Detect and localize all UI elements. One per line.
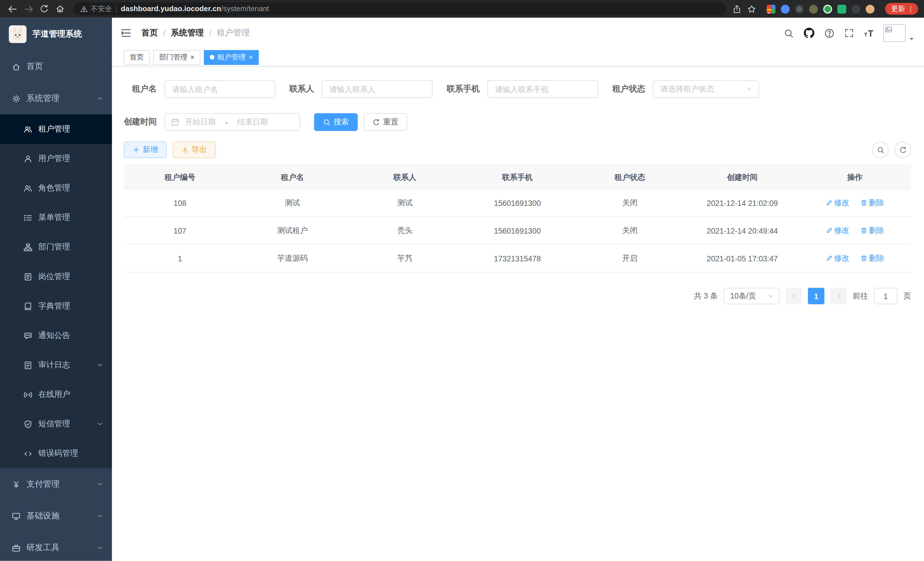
sidebar-item-error-code[interactable]: 错误码管理 <box>0 439 112 468</box>
col-status: 租户状态 <box>574 165 686 189</box>
sidebar-item-tenant[interactable]: 租户管理 <box>0 114 112 144</box>
browser-toolbar: 不安全 dashboard.yudao.iocoder.cn/system/te… <box>0 0 924 18</box>
url-host: dashboard.yudao.iocoder.cn <box>121 5 221 13</box>
menu-label: 首页 <box>27 62 43 72</box>
back-icon[interactable] <box>6 2 19 15</box>
end-date-placeholder: 结束日期 <box>237 117 268 127</box>
download-icon <box>182 146 189 153</box>
status-select[interactable]: 请选择租户状态 <box>653 80 759 98</box>
sidebar-item-audit-log[interactable]: 审计日志 <box>0 350 112 380</box>
bookmark-star-icon[interactable] <box>747 4 756 13</box>
sidebar-item-menu[interactable]: 菜单管理 <box>0 203 112 232</box>
reset-button[interactable]: 重置 <box>364 113 407 131</box>
next-page-button[interactable] <box>830 288 847 305</box>
breadcrumb-separator: / <box>163 28 165 38</box>
prev-page-button[interactable] <box>785 288 802 305</box>
sidebar-item-dict[interactable]: 字典管理 <box>0 291 112 321</box>
sidebar-item-infrastructure[interactable]: 基础设施 <box>0 500 112 532</box>
refresh-table-button[interactable] <box>895 141 911 158</box>
extension-icon[interactable]: 10 <box>766 4 776 13</box>
reload-icon[interactable] <box>38 2 51 15</box>
menu-label: 基础设施 <box>27 511 60 521</box>
sidebar-item-dept[interactable]: 部门管理 <box>0 232 112 262</box>
menu-label: 研发工具 <box>27 543 60 553</box>
filter-label: 租户名 <box>124 84 157 94</box>
goto-page-input[interactable] <box>874 288 898 305</box>
extension-icon[interactable] <box>851 4 860 13</box>
delete-link[interactable]: 删除 <box>860 225 884 236</box>
tenant-name-input[interactable] <box>164 80 275 98</box>
date-range-picker[interactable]: 开始日期 - 结束日期 <box>164 113 300 131</box>
add-button[interactable]: 新增 <box>124 141 167 158</box>
phone-input[interactable] <box>488 80 598 98</box>
fullscreen-icon[interactable] <box>844 28 854 38</box>
filter-create-time: 创建时间 开始日期 - 结束日期 <box>124 113 300 131</box>
sidebar-item-online-users[interactable]: 在线用户 <box>0 380 112 409</box>
sidebar-item-sms[interactable]: 短信管理 <box>0 409 112 439</box>
close-icon[interactable]: × <box>249 54 253 61</box>
delete-link[interactable]: 删除 <box>860 198 884 208</box>
share-icon[interactable] <box>733 4 741 13</box>
sidebar-item-system[interactable]: 系统管理 <box>0 83 112 114</box>
header-actions: TT <box>784 24 915 42</box>
omnibox-divider <box>116 5 117 13</box>
page-number-button[interactable]: 1 <box>808 288 825 305</box>
edit-link[interactable]: 修改 <box>825 198 850 208</box>
chevron-down-icon <box>97 512 104 520</box>
date-separator: - <box>225 117 228 126</box>
sidebar-item-home[interactable]: 首页 <box>0 51 112 82</box>
contact-input[interactable] <box>322 80 433 98</box>
menu-label: 岗位管理 <box>38 271 70 282</box>
breadcrumb-home[interactable]: 首页 <box>141 28 158 38</box>
menu-list-icon <box>24 213 33 222</box>
profile-avatar[interactable] <box>866 4 874 13</box>
close-icon[interactable]: × <box>190 54 194 61</box>
help-icon[interactable] <box>825 28 835 38</box>
extension-icon[interactable] <box>837 4 846 13</box>
export-button[interactable]: 导出 <box>172 141 216 158</box>
sidebar-item-role[interactable]: 角色管理 <box>0 173 112 203</box>
extension-icon[interactable] <box>795 4 804 13</box>
screen: 不安全 dashboard.yudao.iocoder.cn/system/te… <box>0 0 924 561</box>
pencil-icon <box>825 199 832 206</box>
collapse-sidebar-icon[interactable] <box>120 27 132 39</box>
github-icon[interactable] <box>804 28 814 38</box>
sidebar-item-post[interactable]: 岗位管理 <box>0 262 112 291</box>
search-icon[interactable] <box>784 28 794 38</box>
edit-link[interactable]: 修改 <box>825 225 850 236</box>
font-size-icon[interactable]: TT <box>864 29 873 38</box>
page-size-select[interactable]: 10条/页 <box>724 288 780 305</box>
security-indicator[interactable]: 不安全 <box>80 4 112 14</box>
home-icon[interactable] <box>54 2 67 15</box>
search-button[interactable]: 搜索 <box>314 113 358 131</box>
filter-label: 租户状态 <box>612 84 645 94</box>
breadcrumb-system[interactable]: 系统管理 <box>171 28 204 38</box>
forward-icon[interactable] <box>22 2 34 15</box>
delete-link[interactable]: 删除 <box>860 253 884 264</box>
sidebar-item-user[interactable]: 用户管理 <box>0 144 112 173</box>
extension-icon[interactable] <box>809 4 818 13</box>
cell-tenant-id: 108 <box>124 189 236 217</box>
app-logo[interactable]: 芋道管理系统 <box>0 18 112 51</box>
edit-link[interactable]: 修改 <box>825 253 850 264</box>
menu-label: 错误码管理 <box>38 448 78 459</box>
address-bar[interactable]: 不安全 dashboard.yudao.iocoder.cn/system/te… <box>73 2 726 15</box>
toggle-search-button[interactable] <box>872 141 889 158</box>
caret-down-icon[interactable] <box>909 36 915 42</box>
cell-status: 关闭 <box>574 189 686 217</box>
tab-home[interactable]: 首页 <box>124 50 150 65</box>
extension-icon[interactable] <box>781 4 790 13</box>
tab-tenant[interactable]: 租户管理 × <box>204 50 259 65</box>
tab-dept[interactable]: 部门管理 × <box>153 50 200 65</box>
sidebar-item-payment[interactable]: 支付管理 <box>0 468 112 500</box>
extension-icon[interactable] <box>823 4 832 13</box>
sidebar-item-dev-tools[interactable]: 研发工具 <box>0 532 112 561</box>
security-label: 不安全 <box>91 4 112 14</box>
browser-update-button[interactable]: 更新 <box>885 3 918 15</box>
tag-tab-bar: 首页 部门管理 × 租户管理 × <box>112 48 924 67</box>
menu-label: 部门管理 <box>38 242 70 253</box>
sidebar-item-notice[interactable]: 通知公告 <box>0 321 112 350</box>
cell-status: 开启 <box>574 244 686 272</box>
tenant-icon <box>24 125 33 134</box>
avatar[interactable] <box>884 24 906 42</box>
